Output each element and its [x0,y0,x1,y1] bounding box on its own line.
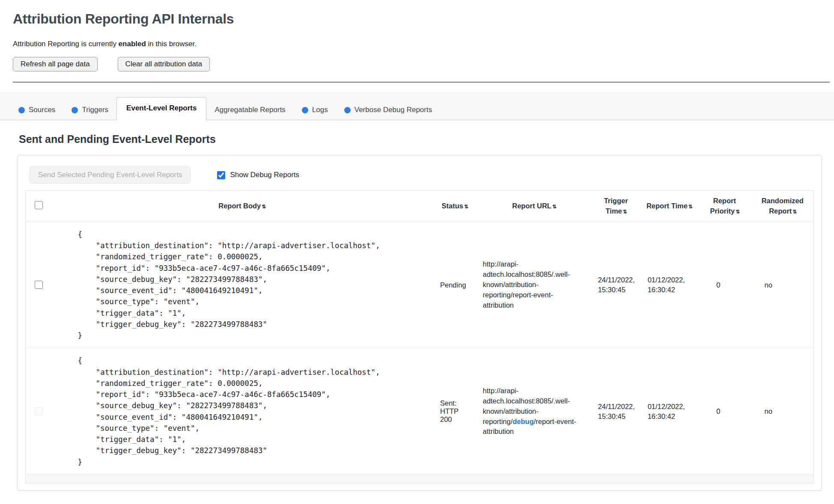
table-footer [26,474,814,483]
table-footer-row [26,474,814,483]
report-body-json: { "attribution_destination": "http://ara… [57,229,426,341]
col-header-report-url[interactable]: Report URL⇅ [477,191,591,222]
tab-logs[interactable]: Logs [294,100,336,120]
report-url-cell: http://arapi-adtech.localhost:8085/.well… [477,348,591,475]
header-divider [13,82,830,83]
report-time-cell: 01/12/2022, 16:30:42 [641,222,698,348]
status-text-prefix: Attribution Reporting is currently [13,40,119,48]
row-select-cell [26,348,51,475]
col-header-report-priority[interactable]: Report Priority⇅ [697,191,751,222]
send-selected-button[interactable]: Send Selected Pending Event-Level Report… [30,166,191,184]
row-select-checkbox[interactable] [35,281,43,289]
tab-triggers[interactable]: Triggers [63,100,116,120]
table-row: { "attribution_destination": "http://ara… [26,222,814,348]
sort-icon: ⇅ [792,209,796,215]
reports-panel: Send Selected Pending Event-Level Report… [17,155,822,491]
section-title: Sent and Pending Event-Level Reports [19,133,834,145]
report-url-cell: http://arapi-adtech.localhost:8085/.well… [477,222,591,348]
report-body-cell: { "attribution_destination": "http://ara… [51,222,432,348]
sort-icon: ⇅ [736,209,739,215]
tab-label: Sources [29,106,55,114]
refresh-all-button[interactable]: Refresh all page data [13,57,98,71]
sort-icon: ⇅ [262,204,265,210]
col-header-report-body[interactable]: Report Body⇅ [51,191,432,222]
col-label: Report Priority [710,197,736,215]
show-debug-label: Show Debug Reports [230,171,299,179]
col-header-randomized-report[interactable]: Randomized Report⇅ [751,191,813,222]
select-all-checkbox[interactable] [35,201,43,209]
verbose-debug-notification-dot-icon [344,107,351,113]
status-text-suffix: in this browser. [146,40,197,48]
status-enabled-text: enabled [119,40,146,48]
trigger-time-cell: 24/11/2022, 15:30:45 [591,222,641,348]
logs-notification-dot-icon [302,107,308,113]
sort-icon: ⇅ [464,204,468,210]
randomized-report-cell: no [751,222,813,348]
col-label: Status [442,202,463,210]
page-title: Attribution Reporting API Internals [13,11,830,27]
tab-aggregatable-reports[interactable]: Aggregatable Reports [206,100,293,120]
col-label: Report Body [218,202,261,210]
sort-icon: ⇅ [552,204,556,210]
report-time-cell: 01/12/2022, 16:30:42 [641,348,698,475]
col-label: Report URL [512,202,551,210]
sources-notification-dot-icon [18,107,25,113]
row-select-checkbox [35,407,43,415]
page-header: Attribution Reporting API Internals Attr… [0,0,834,83]
report-priority-cell: 0 [697,222,751,348]
tab-label: Triggers [82,106,108,114]
table-row: { "attribution_destination": "http://ara… [26,348,814,475]
tab-verbose-debug-reports[interactable]: Verbose Debug Reports [336,100,440,120]
select-all-header [26,191,51,222]
show-debug-checkbox[interactable] [217,171,225,179]
attribution-internals-page: Attribution Reporting API Internals Attr… [0,0,834,504]
table-controls: Send Selected Pending Event-Level Report… [30,166,814,184]
col-header-status[interactable]: Status⇅ [432,191,477,222]
trigger-time-cell: 24/11/2022, 15:30:45 [591,348,641,475]
tab-label: Aggregatable Reports [214,106,285,114]
debug-link[interactable]: debug [512,418,534,425]
report-body-cell: { "attribution_destination": "http://ara… [51,348,432,475]
status-cell: Pending [432,222,477,348]
sort-icon: ⇅ [688,204,692,210]
report-body-json: { "attribution_destination": "http://ara… [57,355,426,468]
tab-sources[interactable]: Sources [10,100,63,120]
clear-all-button[interactable]: Clear all attribution data [118,57,210,71]
status-cell: Sent: HTTP 200 [432,348,477,475]
tab-event-level-reports[interactable]: Event-Level Reports [116,97,206,120]
table-header-row: Report Body⇅ Status⇅ Report URL⇅ Trigger… [26,191,814,222]
tab-bar: Sources Triggers Event-Level Reports Agg… [0,92,834,120]
show-debug-toggle[interactable]: Show Debug Reports [215,170,299,181]
reports-table: Report Body⇅ Status⇅ Report URL⇅ Trigger… [25,190,814,483]
col-header-report-time[interactable]: Report Time⇅ [641,191,698,222]
tab-label: Verbose Debug Reports [354,106,432,114]
triggers-notification-dot-icon [71,107,78,113]
randomized-report-cell: no [751,348,813,475]
col-header-trigger-time[interactable]: Trigger Time⇅ [591,191,641,222]
api-status-text: Attribution Reporting is currently enabl… [13,40,830,48]
report-priority-cell: 0 [697,348,751,475]
sort-icon: ⇅ [623,209,626,215]
row-select-cell [26,222,51,348]
tab-label: Logs [312,106,328,114]
col-label: Randomized Report [762,197,804,215]
top-button-row: Refresh all page data Clear all attribut… [13,57,830,71]
tab-label: Event-Level Reports [126,104,197,113]
col-label: Report Time [646,202,688,210]
